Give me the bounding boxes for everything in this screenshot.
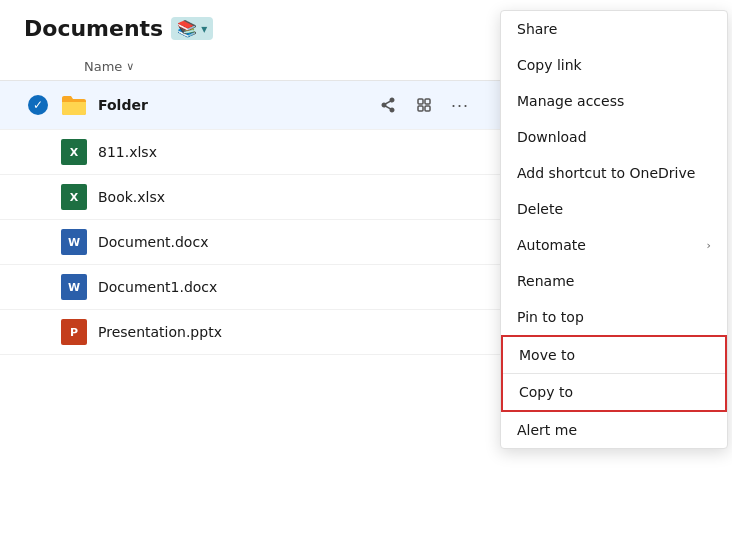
menu-item-delete[interactable]: Delete: [501, 191, 727, 227]
menu-item-alert-me[interactable]: Alert me: [501, 412, 727, 448]
file-row-book[interactable]: X Book.xlsx: [0, 175, 500, 220]
page-title: Documents: [24, 16, 163, 41]
file-name-811: 811.xlsx: [98, 144, 476, 160]
file-name-document1: Document1.docx: [98, 279, 476, 295]
open-in-button[interactable]: [408, 89, 440, 121]
menu-label-copy-to: Copy to: [519, 384, 573, 400]
menu-item-copy-link[interactable]: Copy link: [501, 47, 727, 83]
file-row-document[interactable]: W Document.docx: [0, 220, 500, 265]
file-row-actions: ···: [372, 89, 476, 121]
svg-rect-3: [425, 106, 430, 111]
menu-item-download[interactable]: Download: [501, 119, 727, 155]
selected-checkmark: ✓: [28, 95, 48, 115]
word-icon-document1: W: [60, 273, 88, 301]
name-sort-icon[interactable]: ∨: [126, 60, 134, 73]
menu-item-move-to[interactable]: Move to: [503, 337, 725, 373]
menu-label-alert-me: Alert me: [517, 422, 577, 438]
menu-label-share: Share: [517, 21, 557, 37]
check-area: ✓: [24, 95, 52, 115]
svg-rect-2: [418, 106, 423, 111]
excel-icon-811: X: [60, 138, 88, 166]
file-name-document: Document.docx: [98, 234, 476, 250]
menu-label-pin-to-top: Pin to top: [517, 309, 584, 325]
menu-label-download: Download: [517, 129, 587, 145]
menu-label-delete: Delete: [517, 201, 563, 217]
menu-label-copy-link: Copy link: [517, 57, 582, 73]
menu-label-rename: Rename: [517, 273, 574, 289]
share-button[interactable]: [372, 89, 404, 121]
excel-icon-book: X: [60, 183, 88, 211]
menu-item-manage-access[interactable]: Manage access: [501, 83, 727, 119]
svg-rect-0: [418, 99, 423, 104]
menu-item-rename[interactable]: Rename: [501, 263, 727, 299]
word-icon-document: W: [60, 228, 88, 256]
menu-item-add-shortcut[interactable]: Add shortcut to OneDrive: [501, 155, 727, 191]
name-column-header[interactable]: Name: [84, 59, 122, 74]
file-name-presentation: Presentation.pptx: [98, 324, 476, 340]
file-row-presentation[interactable]: P Presentation.pptx: [0, 310, 500, 355]
file-name-book: Book.xlsx: [98, 189, 476, 205]
file-row-folder[interactable]: ✓ Folder ···: [0, 81, 500, 130]
more-actions-button[interactable]: ···: [444, 89, 476, 121]
file-row-811[interactable]: X 811.xlsx: [0, 130, 500, 175]
menu-label-manage-access: Manage access: [517, 93, 624, 109]
menu-item-automate[interactable]: Automate ›: [501, 227, 727, 263]
menu-label-add-shortcut: Add shortcut to OneDrive: [517, 165, 695, 181]
context-menu: Share Copy link Manage access Download A…: [500, 10, 728, 449]
file-name-folder: Folder: [98, 97, 372, 113]
ellipsis-icon: ···: [451, 95, 469, 116]
menu-item-share[interactable]: Share: [501, 11, 727, 47]
menu-highlighted-group: Move to Copy to: [501, 335, 727, 412]
menu-item-copy-to[interactable]: Copy to: [503, 373, 725, 410]
file-row-document1[interactable]: W Document1.docx: [0, 265, 500, 310]
submenu-chevron-icon: ›: [707, 239, 711, 252]
menu-label-move-to: Move to: [519, 347, 575, 363]
header-library-button[interactable]: 📚 ▾: [171, 17, 213, 40]
file-list-header: Name ∨: [0, 53, 500, 81]
file-list: Name ∨ ✓ Folder ···: [0, 53, 500, 355]
ppt-icon-presentation: P: [60, 318, 88, 346]
chevron-down-icon: ▾: [201, 22, 207, 36]
library-icon: 📚: [177, 19, 197, 38]
svg-rect-1: [425, 99, 430, 104]
folder-icon: [60, 91, 88, 119]
menu-item-pin-to-top[interactable]: Pin to top: [501, 299, 727, 335]
menu-label-automate: Automate: [517, 237, 586, 253]
